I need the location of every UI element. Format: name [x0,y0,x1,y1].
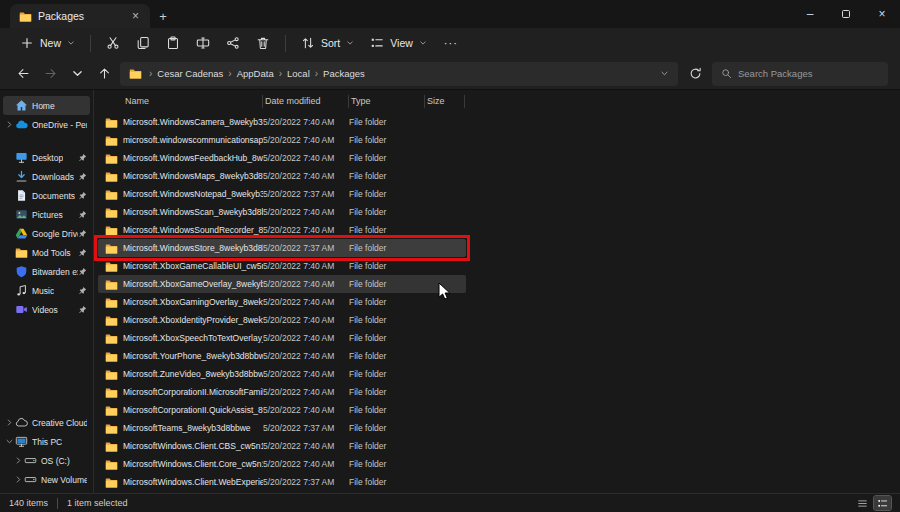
sidebar-item-desktop[interactable]: Desktop [3,148,90,167]
file-type: File folder [349,441,425,451]
file-date-modified: 5/20/2022 7:40 AM [263,261,349,271]
file-row[interactable]: Microsoft.XboxGamingOverlay_8wekyb3...5/… [98,293,466,311]
breadcrumb-item-packages[interactable]: Packages [323,68,365,79]
file-name: microsoft.windowscommunicationsapps... [123,135,263,145]
file-name: Microsoft.ZuneVideo_8wekyb3d8bbwe [123,369,263,379]
sidebar-item-downloads[interactable]: Downloads [3,167,90,186]
music-icon [15,284,28,297]
folder-icon [105,188,118,201]
sidebar-item-creative-cloud-f[interactable]: Creative Cloud F... [3,413,90,432]
sidebar-item-google-drive-g[interactable]: Google Drive (G... [3,224,90,243]
column-header-type[interactable]: Type [349,95,425,108]
new-button[interactable]: New [12,32,83,54]
sidebar-item-videos[interactable]: Videos [3,300,90,319]
search-input[interactable] [738,68,879,79]
chevron-down-icon[interactable] [660,69,669,78]
file-row[interactable]: Microsoft.WindowsScan_8wekyb3d8bbwe5/20/… [98,203,466,221]
sidebar-item-documents[interactable]: Documents [3,186,90,205]
file-row[interactable]: MicrosoftWindows.Client.CBS_cw5n1h2t...5… [98,437,466,455]
sidebar-item-os-c[interactable]: OS (C:) [3,451,90,470]
file-row[interactable]: microsoft.windowscommunicationsapps...5/… [98,131,466,149]
details-view-button[interactable] [874,496,891,510]
forward-button[interactable] [39,63,61,85]
folder-icon [129,67,142,80]
chevron-down-icon[interactable] [5,437,14,446]
sidebar-item-label: OneDrive - Pers... [32,120,87,130]
file-row[interactable]: Microsoft.WindowsSoundRecorder_8wek...5/… [98,221,466,239]
sidebar-item-onedrive-pers[interactable]: OneDrive - Pers... [3,115,90,134]
file-row[interactable]: Microsoft.WindowsCamera_8wekyb3d8b...5/2… [98,113,466,131]
file-type: File folder [349,297,425,307]
file-row[interactable]: Microsoft.XboxGameCallableUI_cw5n1h2...5… [98,257,466,275]
sidebar-item-music[interactable]: Music [3,281,90,300]
copy-button[interactable] [128,32,158,54]
column-header-name[interactable]: Name [123,95,263,108]
file-row[interactable]: MicrosoftWindows.Client.WebExperienc...5… [98,473,466,491]
column-header-size[interactable]: Size [425,95,465,108]
file-row[interactable]: Microsoft.XboxSpeechToTextOverlay_8w...5… [98,329,466,347]
sidebar-spacer [0,319,93,413]
paste-button[interactable] [158,32,188,54]
cut-button[interactable] [98,32,128,54]
rename-button[interactable] [188,32,218,54]
file-row[interactable]: Microsoft.XboxGameOverlay_8wekyb3d8...5/… [98,275,466,293]
file-row[interactable]: Microsoft.WindowsFeedbackHub_8weky...5/2… [98,149,466,167]
close-button[interactable]: × [864,0,900,28]
see-more-button[interactable]: ··· [435,33,467,53]
chevron-right-icon[interactable] [14,475,23,484]
sidebar-item-label: Desktop [32,153,63,163]
list-view-icon [857,498,868,509]
file-type: File folder [349,351,425,361]
file-row[interactable]: Microsoft.WindowsMaps_8wekyb3d8bbwe5/20/… [98,167,466,185]
file-row[interactable]: MicrosoftWindows.Client.Core_cw5n1h2...5… [98,455,466,473]
list-view-button[interactable] [854,496,871,510]
file-row[interactable]: Microsoft.YourPhone_8wekyb3d8bbwe5/20/20… [98,347,466,365]
breadcrumb: ›Cesar Cadenas›AppData›Local›Packages [144,68,365,79]
chevron-down-icon [67,39,75,47]
file-row[interactable]: Microsoft.ZuneVideo_8wekyb3d8bbwe5/20/20… [98,365,466,383]
delete-button[interactable] [248,32,278,54]
chevron-right-icon[interactable] [14,456,23,465]
up-button[interactable] [93,63,115,85]
sort-icon [301,36,315,50]
sidebar-item-label: Music [32,286,54,296]
address-bar[interactable]: ›Cesar Cadenas›AppData›Local›Packages [120,62,678,86]
file-row[interactable]: Microsoft.WindowsStore_8wekyb3d8bbwe5/20… [98,239,466,257]
view-button[interactable]: View [362,32,435,54]
search-box[interactable] [712,62,888,86]
refresh-button[interactable] [683,62,707,86]
file-row[interactable]: MicrosoftTeams_8wekyb3d8bbwe5/20/2022 7:… [98,419,466,437]
file-name: Microsoft.WindowsCamera_8wekyb3d8b... [123,117,263,127]
file-name: MicrosoftTeams_8wekyb3d8bbwe [123,423,263,433]
sidebar-item-bitwarden-ex[interactable]: Bitwarden ex... [3,262,90,281]
sidebar-item-mod-tools[interactable]: Mod Tools [3,243,90,262]
share-button[interactable] [218,32,248,54]
chevron-placeholder [5,229,14,238]
tab-packages[interactable]: Packages × [10,4,150,28]
chevron-right-icon[interactable] [5,418,14,427]
file-row[interactable]: MicrosoftCorporationII.MicrosoftFamily_.… [98,383,466,401]
rename-icon [196,36,210,50]
sidebar-item-home[interactable]: Home [3,96,90,115]
tab-close-icon[interactable]: × [130,10,141,22]
file-row[interactable]: Microsoft.XboxIdentityProvider_8wekyb3..… [98,311,466,329]
breadcrumb-item-appdata[interactable]: AppData [237,68,274,79]
column-header-date-modified[interactable]: Date modified [263,95,349,108]
breadcrumb-item-local[interactable]: Local [287,68,310,79]
sidebar-item-this-pc[interactable]: This PC [3,432,90,451]
file-row[interactable]: MicrosoftCorporationII.QuickAssist_8wek.… [98,401,466,419]
sort-button[interactable]: Sort [293,32,362,54]
maximize-button[interactable] [828,0,864,28]
chevron-right-icon[interactable] [5,120,14,129]
new-tab-button[interactable]: + [150,4,176,28]
minimize-button[interactable]: – [792,0,828,28]
sidebar-item-new-volume[interactable]: New Volume (... [3,470,90,489]
recent-locations-button[interactable] [66,63,88,85]
file-date-modified: 5/20/2022 7:40 AM [263,207,349,217]
file-row[interactable]: Microsoft.WindowsNotepad_8wekyb3d8...5/2… [98,185,466,203]
sidebar-item-label: Videos [32,305,58,315]
breadcrumb-item-cesar-cadenas[interactable]: Cesar Cadenas [157,68,223,79]
sidebar-item-pictures[interactable]: Pictures [3,205,90,224]
back-button[interactable] [12,63,34,85]
folder-icon [105,332,118,345]
